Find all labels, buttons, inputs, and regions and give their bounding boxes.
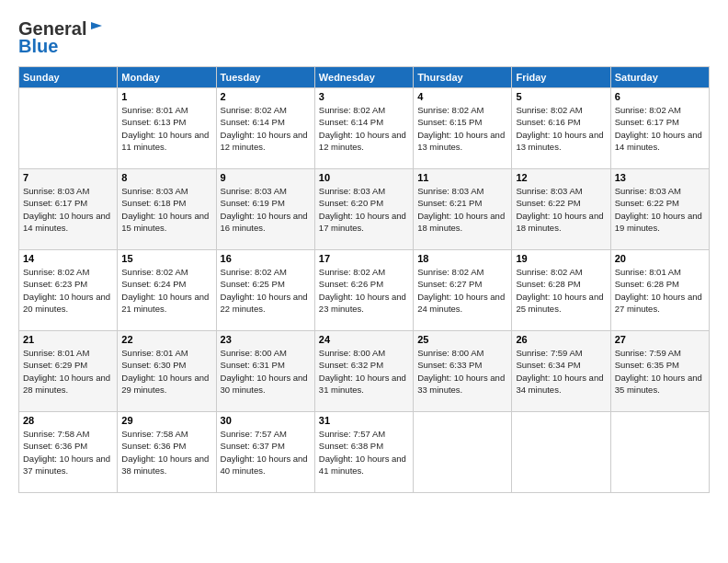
calendar-week-4: 21Sunrise: 8:01 AMSunset: 6:29 PMDayligh… [19,331,710,412]
day-info: Sunrise: 8:01 AMSunset: 6:13 PMDaylight:… [121,104,211,153]
calendar-week-3: 14Sunrise: 8:02 AMSunset: 6:23 PMDayligh… [19,250,710,331]
calendar-week-1: 1Sunrise: 8:01 AMSunset: 6:13 PMDaylight… [19,88,710,169]
calendar-cell: 1Sunrise: 8:01 AMSunset: 6:13 PMDaylight… [118,88,216,169]
day-number: 1 [121,91,211,102]
day-info: Sunrise: 8:02 AMSunset: 6:24 PMDaylight:… [121,266,211,315]
calendar-cell: 17Sunrise: 8:02 AMSunset: 6:26 PMDayligh… [314,250,413,331]
day-info: Sunrise: 8:02 AMSunset: 6:27 PMDaylight:… [417,266,507,315]
day-number: 9 [221,172,311,183]
calendar-cell: 25Sunrise: 8:00 AMSunset: 6:33 PMDayligh… [414,331,512,412]
day-info: Sunrise: 8:03 AMSunset: 6:18 PMDaylight:… [121,185,211,234]
day-info: Sunrise: 7:57 AMSunset: 6:38 PMDaylight:… [319,428,409,477]
calendar-cell: 5Sunrise: 8:02 AMSunset: 6:16 PMDaylight… [512,88,610,169]
calendar-cell: 27Sunrise: 7:59 AMSunset: 6:35 PMDayligh… [610,331,709,412]
day-info: Sunrise: 8:03 AMSunset: 6:21 PMDaylight:… [417,185,507,234]
calendar-cell: 16Sunrise: 8:02 AMSunset: 6:25 PMDayligh… [216,250,314,331]
calendar-cell: 31Sunrise: 7:57 AMSunset: 6:38 PMDayligh… [314,412,413,493]
day-info: Sunrise: 7:59 AMSunset: 6:35 PMDaylight:… [615,347,705,396]
day-number: 7 [23,172,113,183]
day-info: Sunrise: 7:59 AMSunset: 6:34 PMDaylight:… [516,347,606,396]
day-number: 4 [417,91,507,102]
calendar-header-row: SundayMondayTuesdayWednesdayThursdayFrid… [19,67,710,88]
day-info: Sunrise: 8:02 AMSunset: 6:14 PMDaylight:… [221,104,311,153]
day-info: Sunrise: 7:58 AMSunset: 6:36 PMDaylight:… [121,428,211,477]
day-number: 3 [319,91,409,102]
logo-blue-text: Blue [18,36,58,57]
calendar-cell: 28Sunrise: 7:58 AMSunset: 6:36 PMDayligh… [19,412,118,493]
calendar-cell: 7Sunrise: 8:03 AMSunset: 6:17 PMDaylight… [19,169,118,250]
calendar-cell: 3Sunrise: 8:02 AMSunset: 6:14 PMDaylight… [314,88,413,169]
day-number: 8 [121,172,211,183]
calendar-cell: 21Sunrise: 8:01 AMSunset: 6:29 PMDayligh… [19,331,118,412]
day-info: Sunrise: 8:00 AMSunset: 6:32 PMDaylight:… [319,347,409,396]
calendar-cell: 29Sunrise: 7:58 AMSunset: 6:36 PMDayligh… [118,412,216,493]
calendar-cell: 12Sunrise: 8:03 AMSunset: 6:22 PMDayligh… [512,169,610,250]
day-info: Sunrise: 8:01 AMSunset: 6:28 PMDaylight:… [615,266,705,315]
svg-marker-0 [91,22,102,37]
page-header: General Blue [18,18,710,57]
day-info: Sunrise: 8:03 AMSunset: 6:20 PMDaylight:… [319,185,409,234]
day-number: 6 [615,91,705,102]
day-number: 28 [23,415,113,426]
day-info: Sunrise: 8:03 AMSunset: 6:22 PMDaylight:… [615,185,705,234]
calendar-cell: 18Sunrise: 8:02 AMSunset: 6:27 PMDayligh… [414,250,512,331]
day-number: 27 [615,334,705,345]
day-number: 10 [319,172,409,183]
day-number: 17 [319,253,409,264]
day-number: 19 [516,253,606,264]
day-info: Sunrise: 8:03 AMSunset: 6:22 PMDaylight:… [516,185,606,234]
day-number: 29 [121,415,211,426]
day-number: 25 [417,334,507,345]
calendar-cell: 23Sunrise: 8:00 AMSunset: 6:31 PMDayligh… [216,331,314,412]
calendar-week-5: 28Sunrise: 7:58 AMSunset: 6:36 PMDayligh… [19,412,710,493]
day-number: 21 [23,334,113,345]
calendar-cell: 22Sunrise: 8:01 AMSunset: 6:30 PMDayligh… [118,331,216,412]
logo-flag-icon [88,21,105,38]
day-number: 18 [417,253,507,264]
day-number: 12 [516,172,606,183]
calendar-cell: 13Sunrise: 8:03 AMSunset: 6:22 PMDayligh… [610,169,709,250]
logo: General Blue [18,18,105,57]
day-info: Sunrise: 8:02 AMSunset: 6:25 PMDaylight:… [221,266,311,315]
calendar-cell: 2Sunrise: 8:02 AMSunset: 6:14 PMDaylight… [216,88,314,169]
day-info: Sunrise: 8:02 AMSunset: 6:15 PMDaylight:… [417,104,507,153]
calendar-cell: 6Sunrise: 8:02 AMSunset: 6:17 PMDaylight… [610,88,709,169]
day-number: 22 [121,334,211,345]
calendar-cell: 10Sunrise: 8:03 AMSunset: 6:20 PMDayligh… [314,169,413,250]
day-info: Sunrise: 8:03 AMSunset: 6:19 PMDaylight:… [221,185,311,234]
day-info: Sunrise: 8:03 AMSunset: 6:17 PMDaylight:… [23,185,113,234]
calendar-cell: 11Sunrise: 8:03 AMSunset: 6:21 PMDayligh… [414,169,512,250]
day-info: Sunrise: 7:57 AMSunset: 6:37 PMDaylight:… [221,428,311,477]
calendar-cell: 14Sunrise: 8:02 AMSunset: 6:23 PMDayligh… [19,250,118,331]
day-info: Sunrise: 8:00 AMSunset: 6:31 PMDaylight:… [221,347,311,396]
day-number: 20 [615,253,705,264]
day-number: 23 [221,334,311,345]
day-info: Sunrise: 8:01 AMSunset: 6:30 PMDaylight:… [121,347,211,396]
calendar-cell: 19Sunrise: 8:02 AMSunset: 6:28 PMDayligh… [512,250,610,331]
day-number: 2 [221,91,311,102]
calendar-cell: 8Sunrise: 8:03 AMSunset: 6:18 PMDaylight… [118,169,216,250]
calendar-cell: 20Sunrise: 8:01 AMSunset: 6:28 PMDayligh… [610,250,709,331]
col-header-wednesday: Wednesday [314,67,413,88]
day-number: 31 [319,415,409,426]
day-number: 16 [221,253,311,264]
page-container: General Blue SundayMondayTuesdayWednesda… [0,0,728,502]
day-number: 26 [516,334,606,345]
calendar-cell: 4Sunrise: 8:02 AMSunset: 6:15 PMDaylight… [414,88,512,169]
day-info: Sunrise: 8:02 AMSunset: 6:16 PMDaylight:… [516,104,606,153]
day-info: Sunrise: 8:02 AMSunset: 6:14 PMDaylight:… [319,104,409,153]
day-number: 13 [615,172,705,183]
calendar-cell: 9Sunrise: 8:03 AMSunset: 6:19 PMDaylight… [216,169,314,250]
calendar-week-2: 7Sunrise: 8:03 AMSunset: 6:17 PMDaylight… [19,169,710,250]
day-number: 14 [23,253,113,264]
calendar-cell: 26Sunrise: 7:59 AMSunset: 6:34 PMDayligh… [512,331,610,412]
calendar-cell [610,412,709,493]
day-info: Sunrise: 8:00 AMSunset: 6:33 PMDaylight:… [417,347,507,396]
calendar-cell: 24Sunrise: 8:00 AMSunset: 6:32 PMDayligh… [314,331,413,412]
day-info: Sunrise: 8:02 AMSunset: 6:17 PMDaylight:… [615,104,705,153]
calendar-cell [19,88,118,169]
col-header-saturday: Saturday [610,67,709,88]
calendar-cell [414,412,512,493]
day-info: Sunrise: 8:02 AMSunset: 6:28 PMDaylight:… [516,266,606,315]
col-header-sunday: Sunday [19,67,118,88]
